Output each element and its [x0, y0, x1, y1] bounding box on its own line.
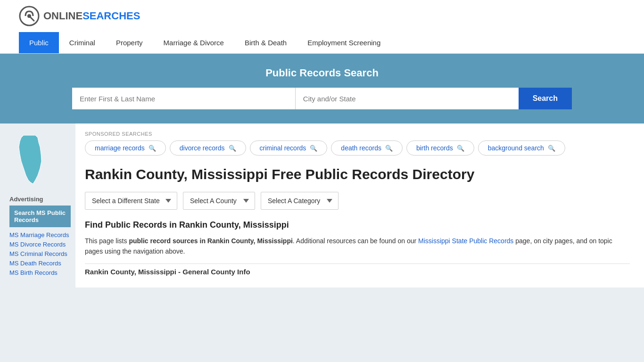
tag-birth[interactable]: birth records 🔍 [406, 140, 474, 156]
sidebar-links: MS Marriage Records MS Divorce Records M… [9, 231, 71, 276]
search-icon: 🔍 [548, 145, 555, 152]
sponsored-label: SPONSORED SEARCHES [85, 131, 630, 137]
sidebar-link-death[interactable]: MS Death Records [9, 259, 71, 267]
nav-item-public[interactable]: Public [19, 32, 59, 53]
page-content: SPONSORED SEARCHES marriage records 🔍 di… [75, 123, 644, 288]
site-header: ONLINESEARCHES [0, 0, 644, 32]
search-banner-title: Public Records Search [19, 67, 625, 79]
search-button[interactable]: Search [519, 88, 572, 109]
main-content: Advertising Search MS Public Records MS … [0, 123, 644, 288]
sidebar-link-divorce[interactable]: MS Divorce Records [9, 240, 71, 248]
county-dropdown[interactable]: Select A County [183, 192, 255, 210]
find-records-title: Find Public Records in Rankin County, Mi… [85, 220, 630, 230]
sidebar-link-birth[interactable]: MS Birth Records [9, 269, 71, 276]
nav-item-employment[interactable]: Employment Screening [297, 32, 391, 53]
search-tags: marriage records 🔍 divorce records 🔍 cri… [85, 140, 630, 156]
search-icon: 🔍 [385, 145, 393, 152]
find-records-section: Find Public Records in Rankin County, Mi… [85, 220, 630, 257]
search-icon: 🔍 [457, 145, 464, 152]
sidebar: Advertising Search MS Public Records MS … [0, 123, 75, 288]
nav-item-birth[interactable]: Birth & Death [234, 32, 297, 53]
search-icon: 🔍 [149, 145, 156, 152]
logo-icon [19, 6, 40, 26]
ad-box[interactable]: Search MS Public Records [9, 206, 71, 227]
search-form: Search [72, 88, 572, 109]
search-icon: 🔍 [229, 145, 236, 152]
nav-item-property[interactable]: Property [106, 32, 153, 53]
nav-item-marriage[interactable]: Marriage & Divorce [153, 32, 234, 53]
sidebar-link-marriage[interactable]: MS Marriage Records [9, 231, 71, 239]
tag-death[interactable]: death records 🔍 [331, 140, 403, 156]
svg-line-2 [31, 17, 34, 21]
location-input[interactable] [296, 88, 519, 109]
county-dropdown-wrap: Select A County [183, 192, 255, 210]
ms-state-records-link[interactable]: Mississippi State Public Records [418, 237, 513, 245]
mississippi-map-icon [9, 133, 52, 185]
logo-text: ONLINESEARCHES [43, 10, 140, 22]
search-banner: Public Records Search Search [0, 54, 644, 123]
state-dropdown-wrap: Select a Different State [85, 192, 177, 210]
sponsored-section: SPONSORED SEARCHES marriage records 🔍 di… [85, 131, 630, 156]
tag-marriage[interactable]: marriage records 🔍 [85, 140, 166, 156]
state-dropdown[interactable]: Select a Different State [85, 192, 177, 210]
tag-divorce[interactable]: divorce records 🔍 [170, 140, 246, 156]
name-input[interactable] [72, 88, 296, 109]
page-title: Rankin County, Mississippi Free Public R… [85, 165, 630, 183]
find-records-text: This page lists public record sources in… [85, 236, 630, 257]
section-divider [85, 263, 630, 264]
nav-item-criminal[interactable]: Criminal [59, 32, 106, 53]
main-nav: Public Criminal Property Marriage & Divo… [0, 32, 644, 54]
state-map [9, 133, 71, 186]
logo[interactable]: ONLINESEARCHES [19, 6, 140, 26]
tag-background[interactable]: background search 🔍 [478, 140, 565, 156]
dropdowns-row: Select a Different State Select A County… [85, 192, 630, 210]
county-info-title: Rankin County, Mississippi - General Cou… [85, 268, 630, 276]
sidebar-link-criminal[interactable]: MS Criminal Records [9, 250, 71, 257]
search-icon: 🔍 [310, 145, 317, 152]
tag-criminal[interactable]: criminal records 🔍 [250, 140, 328, 156]
advertising-label: Advertising [9, 196, 71, 203]
category-dropdown-wrap: Select A Category [261, 192, 339, 210]
category-dropdown[interactable]: Select A Category [261, 192, 339, 210]
